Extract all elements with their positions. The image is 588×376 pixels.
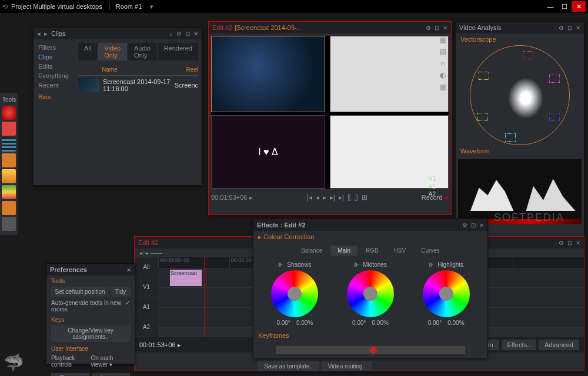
panel-close-icon[interactable]: ✕: [126, 267, 131, 273]
tab-video-only[interactable]: Video Only: [98, 43, 127, 61]
col-reel[interactable]: Reel: [186, 66, 198, 73]
set-default-button[interactable]: Set default position: [51, 287, 109, 297]
keyframe-marker[interactable]: [369, 346, 377, 354]
sidebar-edits[interactable]: Edits: [34, 62, 75, 71]
minimize-button[interactable]: —: [543, 1, 557, 12]
side-film-icon[interactable]: ▤: [437, 48, 449, 56]
step-back-icon[interactable]: ◂: [316, 193, 319, 202]
tool-folder-icon[interactable]: [2, 201, 16, 215]
advanced-button[interactable]: Advanced: [539, 340, 579, 350]
pin-icon[interactable]: ⊡: [567, 25, 572, 31]
mark-out-icon[interactable]: ⟧: [355, 193, 358, 202]
record-button[interactable]: ●: [445, 194, 449, 201]
back-icon[interactable]: ◂: [37, 30, 41, 38]
col-name[interactable]: Name: [102, 66, 186, 73]
panel-close-icon[interactable]: ✕: [576, 25, 580, 31]
import-button[interactable]: Import..: [92, 373, 130, 376]
sidebar-filters[interactable]: Filters: [34, 43, 75, 52]
tab-audio-only[interactable]: Audio Only: [128, 43, 157, 61]
clip-row[interactable]: Screencast 2014-09-17 11:16:00 Screenc: [78, 76, 198, 95]
panel-close-icon[interactable]: ✕: [576, 240, 580, 246]
highlights-pct[interactable]: 0.00%: [447, 320, 464, 326]
sidebar-bins[interactable]: Bins: [34, 90, 75, 102]
shadows-pct[interactable]: 0.00%: [296, 320, 313, 326]
goto-start-icon[interactable]: |◂: [307, 193, 312, 202]
tool-gear-icon[interactable]: [2, 217, 16, 231]
colour-correction-label[interactable]: ▸ Colour Correction: [253, 231, 487, 243]
tidy-button[interactable]: Tidy: [111, 287, 130, 297]
panel-close-icon[interactable]: ✕: [193, 31, 198, 37]
shadows-deg[interactable]: 0.00°: [276, 320, 290, 326]
tab-rendered[interactable]: Rendered: [158, 43, 198, 61]
tl-label-v1[interactable]: V1: [135, 277, 158, 297]
keyframe-bar[interactable]: [276, 346, 465, 354]
tool-grid-icon[interactable]: [2, 137, 16, 152]
chevron-down-icon[interactable]: ▾: [150, 3, 153, 11]
maximize-button[interactable]: ☐: [557, 1, 572, 12]
export-button[interactable]: Export..: [51, 373, 89, 376]
vectorscope-label[interactable]: Vectorscope: [456, 33, 584, 45]
tl-label-all[interactable]: All: [135, 257, 158, 277]
timeline-timecode[interactable]: 00:01:53+06 ▸: [139, 341, 181, 349]
tab-main[interactable]: Main: [330, 246, 358, 256]
forward-icon[interactable]: ▸: [44, 30, 48, 38]
gear-icon[interactable]: ⚙: [462, 222, 467, 229]
tab-all[interactable]: All: [78, 43, 97, 61]
shadows-wheel[interactable]: [271, 270, 318, 317]
tab-hsv[interactable]: HSV: [387, 246, 413, 256]
insert-icon[interactable]: ⊞: [362, 193, 368, 202]
room-selector[interactable]: Room #1: [109, 3, 148, 10]
search-icon[interactable]: ⌕: [169, 31, 173, 37]
change-keys-button[interactable]: Change/View key assignments..: [51, 325, 130, 342]
gear-icon[interactable]: ⚙: [426, 25, 431, 31]
play-icon[interactable]: ▸: [323, 193, 326, 202]
tool-palette-icon[interactable]: [2, 169, 16, 183]
side-grid-icon[interactable]: ▦: [437, 83, 449, 91]
sidebar-everything[interactable]: Everything: [34, 71, 75, 80]
sidebar-clips[interactable]: Clips: [34, 52, 75, 62]
side-headphone-icon[interactable]: ∩: [437, 59, 449, 68]
autogen-checkbox[interactable]: ✓: [125, 300, 130, 313]
goto-end-icon[interactable]: ▸|: [339, 193, 344, 202]
midtones-deg[interactable]: 0.00°: [352, 320, 366, 326]
midtones-pct[interactable]: 0.00%: [372, 320, 389, 326]
timeline-clip[interactable]: Screencast: [170, 270, 202, 286]
video-routing-button[interactable]: Video routing..: [322, 361, 372, 371]
panel-close-icon[interactable]: ✕: [479, 222, 484, 229]
track-a1[interactable]: A1: [429, 183, 436, 190]
save-template-button[interactable]: Save as template..: [258, 361, 319, 371]
histogram-icon[interactable]: ⊪: [278, 261, 283, 268]
histogram-icon[interactable]: ⊪: [429, 261, 434, 268]
tl-label-a1[interactable]: A1: [135, 297, 158, 317]
pin-icon[interactable]: ⊡: [567, 240, 572, 246]
highlights-wheel[interactable]: [423, 270, 470, 317]
gear-icon[interactable]: ⚙: [559, 25, 564, 31]
midtones-wheel[interactable]: [347, 270, 394, 317]
tool-red-icon[interactable]: [2, 122, 16, 136]
mark-in-icon[interactable]: ⟦: [348, 193, 351, 202]
tool-orange-icon[interactable]: [2, 153, 16, 167]
playback-select[interactable]: On each viewer ▾: [91, 355, 130, 368]
side-view-icon[interactable]: ▦: [437, 36, 449, 44]
tool-gradient-icon[interactable]: [2, 185, 16, 199]
tab-balance[interactable]: Balance: [294, 246, 329, 256]
playhead[interactable]: [204, 257, 205, 337]
tab-rgb[interactable]: RGB: [359, 246, 386, 256]
gear-icon[interactable]: ⚙: [176, 31, 182, 37]
step-fwd-icon[interactable]: ▸|: [330, 193, 335, 202]
pin-icon[interactable]: ⊡: [471, 222, 476, 229]
effects-button[interactable]: Effects..: [502, 340, 537, 350]
viewer-canvas[interactable]: I ♥ Δ: [211, 36, 449, 189]
tab-curves[interactable]: Curves: [414, 246, 447, 256]
panel-close-icon[interactable]: ✕: [443, 25, 447, 31]
tl-label-a2[interactable]: A2: [135, 317, 158, 337]
timecode[interactable]: 00:01:53+06 ▸: [211, 194, 253, 202]
gear-icon[interactable]: ⚙: [559, 240, 564, 246]
histogram-icon[interactable]: ⊪: [354, 261, 359, 268]
pin-icon[interactable]: ⊡: [435, 25, 439, 31]
close-button[interactable]: ✕: [572, 1, 586, 12]
sidebar-recent[interactable]: Recent: [34, 80, 75, 90]
tool-record-icon[interactable]: [2, 106, 16, 120]
waveform-label[interactable]: Waveform: [456, 145, 584, 157]
track-a2[interactable]: A2: [429, 190, 436, 198]
